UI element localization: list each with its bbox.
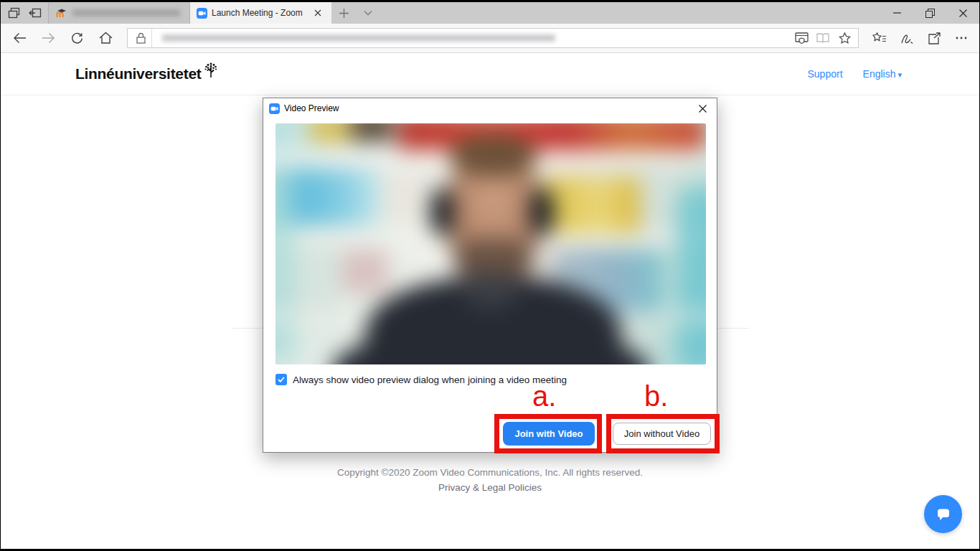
chat-bubble-button[interactable]	[924, 495, 962, 533]
close-window-icon[interactable]	[946, 2, 979, 24]
tab-bar: m Launch Meeting - Zoom	[1, 2, 979, 24]
tree-logo-icon	[203, 61, 219, 80]
tab-launch-meeting[interactable]: Launch Meeting - Zoom	[190, 2, 331, 24]
logo-text: Linnéuniversitetet	[75, 65, 201, 83]
address-bar-icons	[791, 29, 855, 47]
checkbox-label: Always show video preview dialog when jo…	[293, 375, 567, 385]
browser-window: m Launch Meeting - Zoom	[0, 0, 980, 551]
chat-bubble-icon	[934, 506, 953, 523]
tab-dropdown-chevron-icon[interactable]	[356, 2, 380, 24]
share-icon[interactable]	[920, 24, 948, 52]
web-note-pen-icon[interactable]	[893, 24, 920, 52]
page-content: Linnéuniversitetet Suppo	[1, 53, 979, 549]
home-icon[interactable]	[91, 24, 120, 52]
navigation-bar	[1, 24, 979, 53]
webcam-preview-image	[275, 123, 706, 364]
dialog-titlebar: Video Preview	[263, 98, 717, 118]
university-logo[interactable]: Linnéuniversitetet	[75, 65, 219, 83]
more-options-icon[interactable]	[948, 24, 975, 52]
blurred-tab-title	[72, 9, 180, 17]
annotation-label-a: a.	[532, 382, 556, 410]
header-links: Support English▾	[808, 68, 903, 80]
minimize-icon[interactable]	[880, 2, 913, 24]
favorite-star-icon[interactable]	[834, 29, 855, 47]
tab-title: Launch Meeting - Zoom	[212, 8, 306, 18]
dialog-title: Video Preview	[284, 103, 339, 113]
tabs-aside-group	[1, 2, 49, 24]
window-controls	[880, 2, 979, 24]
restore-window-icon[interactable]	[913, 2, 946, 24]
caret-down-icon: ▾	[897, 70, 902, 79]
tab-moodle[interactable]: m	[49, 2, 190, 24]
reading-view-icon[interactable]	[812, 29, 834, 47]
annotation-label-b: b.	[644, 382, 668, 410]
language-selector[interactable]: English▾	[863, 68, 902, 80]
support-link[interactable]: Support	[808, 68, 843, 80]
video-preview-checkbox-row: Always show video preview dialog when jo…	[275, 374, 567, 385]
privacy-legal-link[interactable]: Privacy & Legal Policies	[1, 482, 979, 493]
zoom-app-icon	[269, 103, 280, 114]
zoom-favicon-icon	[197, 8, 207, 19]
copyright-text: Copyright ©2020 Zoom Video Communication…	[1, 467, 979, 478]
site-header: Linnéuniversitetet Suppo	[1, 53, 979, 95]
forward-icon[interactable]	[34, 24, 62, 52]
set-tabs-aside-icon[interactable]	[24, 2, 45, 24]
lock-icon	[131, 29, 152, 47]
tracking-prevention-icon[interactable]	[791, 29, 812, 47]
blurred-url-text	[162, 34, 555, 42]
refresh-icon[interactable]	[62, 24, 91, 52]
new-tab-icon[interactable]	[331, 2, 356, 24]
dialog-close-icon[interactable]	[694, 100, 711, 117]
tab-close-icon[interactable]	[311, 6, 325, 20]
moodle-favicon-icon: m	[55, 8, 68, 19]
annotation-box-b	[606, 414, 720, 453]
tabs-preview-icon[interactable]	[4, 2, 24, 24]
address-bar[interactable]	[127, 28, 859, 48]
checkbox-checked-icon[interactable]	[275, 374, 287, 385]
favorites-hub-icon[interactable]	[866, 24, 893, 52]
annotation-box-a	[494, 414, 602, 453]
back-icon[interactable]	[5, 24, 34, 52]
